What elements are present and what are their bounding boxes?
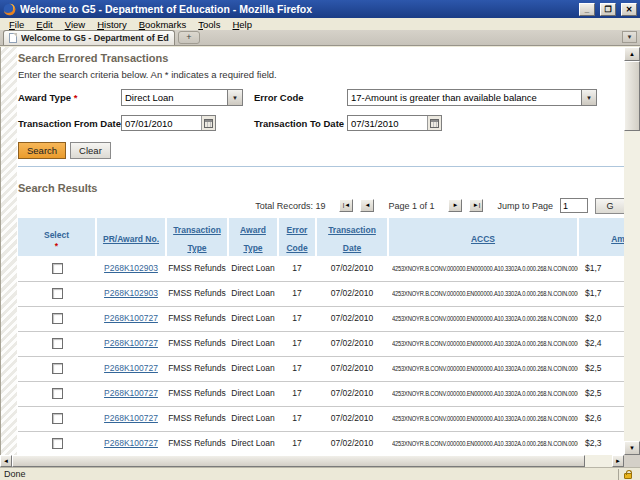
row-select-checkbox[interactable] <box>52 388 63 399</box>
previous-page-icon[interactable]: ◄ <box>360 199 374 212</box>
column-header-award-no[interactable]: PR/Award No. <box>96 218 166 256</box>
menu-edit[interactable]: Edit <box>30 19 58 30</box>
transaction-type-cell: FMSS Refunds <box>166 306 228 331</box>
award-no-cell: P268K100727 <box>96 431 166 455</box>
vertical-scroll-thumb[interactable] <box>624 61 640 131</box>
select-cell <box>18 381 96 406</box>
award-no-cell: P268K102903 <box>96 256 166 281</box>
status-text: Done <box>4 469 618 479</box>
scroll-right-icon[interactable]: ► <box>612 455 624 467</box>
column-header-error-code[interactable]: Error Code <box>278 218 316 256</box>
award-no-link[interactable]: P268K100727 <box>104 313 158 323</box>
new-tab-button[interactable]: + <box>178 31 200 44</box>
scroll-down-icon[interactable]: ▼ <box>624 441 640 455</box>
award-no-link[interactable]: P268K100727 <box>104 338 158 348</box>
column-header-accs[interactable]: ACCS <box>388 218 578 256</box>
jump-to-page-input[interactable] <box>560 198 588 213</box>
award-type-cell: Direct Loan <box>228 356 278 381</box>
to-date-field[interactable]: 07/31/2010 <box>347 115 442 131</box>
from-date-field[interactable]: 07/01/2010 <box>121 115 216 131</box>
row-select-checkbox[interactable] <box>52 413 63 424</box>
next-page-icon[interactable]: ► <box>448 199 462 212</box>
row-select-checkbox[interactable] <box>52 338 63 349</box>
chevron-down-icon[interactable]: ▼ <box>581 90 596 105</box>
chevron-down-icon[interactable]: ▼ <box>227 90 242 105</box>
menu-view[interactable]: View <box>59 19 91 30</box>
row-select-checkbox[interactable] <box>52 438 63 449</box>
error-code-select[interactable]: 17-Amount is greater than available bala… <box>347 89 597 106</box>
error-code-cell: 17 <box>278 306 316 331</box>
restore-button[interactable]: ❐ <box>600 3 616 16</box>
transaction-type-cell: FMSS Refunds <box>166 406 228 431</box>
select-required-marker: * <box>20 242 93 251</box>
close-button[interactable]: ✕ <box>621 3 637 16</box>
tab-bar: Welcome to G5 - Department of Edu... + ▼ <box>0 30 640 46</box>
row-select-checkbox[interactable] <box>52 288 63 299</box>
menu-file[interactable]: File <box>3 19 30 30</box>
amount-cell: $1,7 <box>578 256 624 281</box>
award-type-cell: Direct Loan <box>228 381 278 406</box>
column-header-award-type[interactable]: Award Type <box>228 218 278 256</box>
go-button[interactable]: G <box>595 198 624 214</box>
column-header-amount[interactable]: Am <box>578 218 624 256</box>
award-type-cell: Direct Loan <box>228 331 278 356</box>
horizontal-scroll-thumb[interactable] <box>12 455 585 467</box>
award-no-link[interactable]: P268K100727 <box>104 438 158 448</box>
menu-history[interactable]: History <box>91 19 133 30</box>
last-page-icon[interactable]: ►| <box>469 199 483 212</box>
page-title: Search Errored Transactions <box>18 52 624 64</box>
calendar-icon[interactable] <box>427 116 441 130</box>
select-cell <box>18 431 96 455</box>
row-select-checkbox[interactable] <box>52 263 63 274</box>
award-type-select[interactable]: Direct Loan ▼ <box>121 89 243 106</box>
award-type-label: Award Type * <box>18 92 121 103</box>
transaction-type-cell: FMSS Refunds <box>166 281 228 306</box>
column-header-transaction-date[interactable]: Transaction Date <box>316 218 388 256</box>
transaction-date-cell: 07/02/2010 <box>316 281 388 306</box>
row-select-checkbox[interactable] <box>52 313 63 324</box>
award-no-cell: P268K102903 <box>96 281 166 306</box>
menu-help[interactable]: Help <box>226 19 258 30</box>
jump-to-page-label: Jump to Page <box>497 201 553 211</box>
transaction-date-cell: 07/02/2010 <box>316 306 388 331</box>
minimize-button[interactable]: _ <box>579 3 595 16</box>
transaction-type-cell: FMSS Refunds <box>166 331 228 356</box>
list-tabs-icon[interactable]: ▼ <box>622 31 637 43</box>
scroll-up-icon[interactable]: ▲ <box>624 47 640 61</box>
error-code-cell: 17 <box>278 256 316 281</box>
award-type-cell: Direct Loan <box>228 256 278 281</box>
scroll-left-icon[interactable]: ◄ <box>0 455 12 467</box>
accs-cell: 4253XNOYR.B.CONV.000000.EN000000.A10.330… <box>388 431 578 455</box>
row-select-checkbox[interactable] <box>52 363 63 374</box>
table-row: P268K102903 FMSS Refunds Direct Loan 17 … <box>18 281 624 306</box>
select-cell <box>18 256 96 281</box>
transaction-type-cell: FMSS Refunds <box>166 356 228 381</box>
column-header-transaction-type[interactable]: Transaction Type <box>166 218 228 256</box>
accs-cell: 4253XNOYR.B.CONV.000000.EN000000.A10.330… <box>388 281 578 306</box>
results-title: Search Results <box>18 182 624 194</box>
left-stripe-decoration <box>1 47 17 455</box>
vertical-scrollbar[interactable]: ▲ ▼ <box>624 47 640 455</box>
award-no-link[interactable]: P268K100727 <box>104 388 158 398</box>
award-no-link[interactable]: P268K102903 <box>104 263 158 273</box>
award-no-link[interactable]: P268K100727 <box>104 413 158 423</box>
search-button[interactable]: Search <box>18 142 66 159</box>
error-code-cell: 17 <box>278 406 316 431</box>
transaction-type-cell: FMSS Refunds <box>166 256 228 281</box>
award-no-link[interactable]: P268K102903 <box>104 288 158 298</box>
select-cell <box>18 356 96 381</box>
horizontal-scrollbar[interactable]: ◄ ► <box>0 455 624 467</box>
award-no-link[interactable]: P268K100727 <box>104 363 158 373</box>
first-page-icon[interactable]: |◄ <box>339 199 353 212</box>
select-header-text: Select <box>44 230 69 240</box>
menu-bookmarks[interactable]: Bookmarks <box>133 19 193 30</box>
table-row: P268K102903 FMSS Refunds Direct Loan 17 … <box>18 256 624 281</box>
tab-welcome-to-g5[interactable]: Welcome to G5 - Department of Edu... <box>3 30 175 45</box>
clear-button[interactable]: Clear <box>70 142 111 159</box>
menu-tools[interactable]: Tools <box>192 19 226 30</box>
instructions-text: Enter the search criteria below. An * in… <box>18 69 624 80</box>
transaction-type-cell: FMSS Refunds <box>166 431 228 455</box>
calendar-icon[interactable] <box>201 116 215 130</box>
to-date-value: 07/31/2010 <box>348 118 427 129</box>
transaction-date-cell: 07/02/2010 <box>316 406 388 431</box>
